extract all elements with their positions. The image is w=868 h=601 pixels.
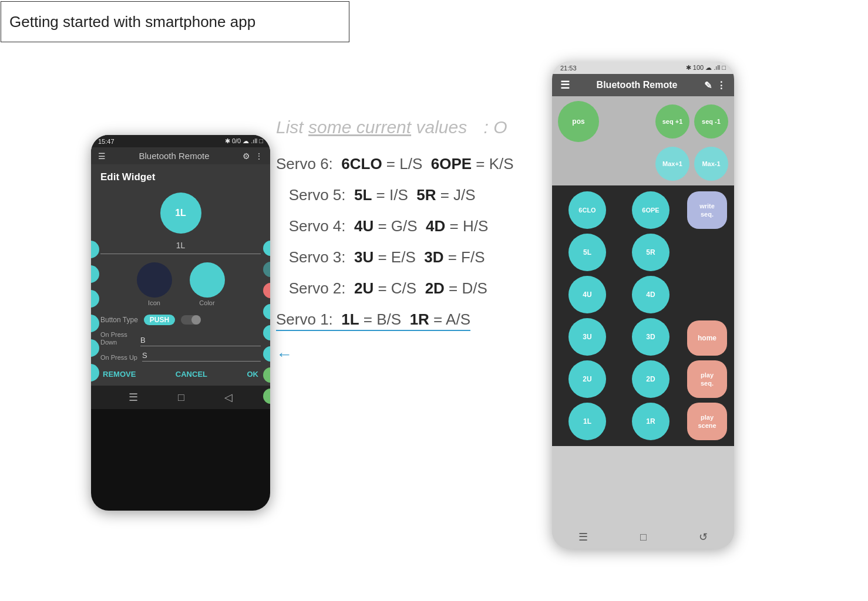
main-button-area: 6CLO 6OPE 5L 5R 4U 4D 3U 3D 2U 2D 1L 1R … [552, 185, 734, 446]
icon-color-row: Icon Color [100, 262, 261, 306]
left-phone-bottom-nav: ☰ □ ◁ [91, 386, 270, 409]
btn-1r[interactable]: 1R [632, 403, 669, 440]
button-type-label: Button Type [100, 316, 138, 324]
right-phone-status-bar: 21:53 ✱ 100 ☁ .ıll □ [552, 62, 734, 74]
max-minus1-button[interactable]: Max-1 [694, 147, 728, 181]
more-icon[interactable]: ⋮ [255, 151, 263, 161]
color-picker: Color [190, 262, 225, 306]
edit-widget-title: Edit Widget [100, 171, 261, 183]
left-phone-app-title: Bluetooth Remote [110, 151, 238, 161]
left-phone-content: Edit Widget 1L 1L Icon Color Button Type… [91, 164, 270, 386]
right-nav-home[interactable]: □ [640, 531, 647, 543]
servo-1-r: 1R [410, 310, 429, 328]
nav-menu-icon[interactable]: ☰ [129, 391, 138, 404]
on-press-down-row: On PressDown B [100, 331, 261, 346]
colon-o: : O [484, 117, 507, 137]
right-edit-icon[interactable]: ✎ [704, 80, 712, 91]
cancel-button[interactable]: CANCEL [176, 370, 207, 379]
list-prefix: List [276, 117, 308, 137]
right-phone-icons: ✎ ⋮ [704, 80, 726, 91]
top-gray-area: pos seq +1 seq -1 Max+1 Max-1 [552, 96, 734, 185]
right-phone-status-icons: ✱ 100 ☁ .ıll □ [686, 64, 726, 72]
btn-4d[interactable]: 4D [632, 276, 669, 313]
icon-picker: Icon [137, 262, 172, 306]
color-circle[interactable] [190, 262, 225, 298]
servo-3-u: 3U [354, 248, 374, 266]
right-phone: 21:53 ✱ 100 ☁ .ıll □ ☰ Bluetooth Remote … [552, 62, 734, 549]
icon-label: Icon [137, 299, 172, 306]
seq-plus1-button[interactable]: seq +1 [655, 104, 689, 139]
servo-4-line: Servo 4: 4U = G/S 4D = H/S [276, 217, 546, 235]
settings-icon[interactable]: ⚙ [243, 151, 250, 161]
write-seq-button[interactable]: writeseq. [687, 191, 727, 229]
home-button[interactable]: home [687, 320, 727, 356]
on-press-down-value[interactable]: B [140, 336, 261, 346]
side-decor-left [91, 241, 99, 381]
servo-2-d: 2D [425, 279, 445, 297]
right-phone-time: 21:53 [560, 65, 577, 72]
servo-1-l: 1L [341, 310, 359, 328]
list-some-underlined: some current [308, 117, 411, 137]
btn-3d[interactable]: 3D [632, 318, 669, 356]
btn-6clo[interactable]: 6CLO [568, 191, 606, 229]
btn-4u[interactable]: 4U [568, 276, 606, 313]
left-arrow: ← [276, 345, 546, 364]
servo-5-r: 5R [416, 186, 436, 204]
toggle-thumb [191, 315, 201, 325]
right-phone-app-title: Bluetooth Remote [576, 80, 698, 90]
remove-button[interactable]: REMOVE [103, 370, 136, 379]
servo-3-line: Servo 3: 3U = E/S 3D = F/S [276, 248, 546, 266]
widget-label: 1L [100, 241, 261, 254]
right-more-icon[interactable]: ⋮ [716, 80, 726, 91]
max-plus1-button[interactable]: Max+1 [655, 147, 689, 181]
servo-6-line: Servo 6: 6CLO = L/S 6OPE = K/S [276, 155, 546, 173]
btn-5r[interactable]: 5R [632, 234, 669, 271]
btn-6ope[interactable]: 6OPE [632, 191, 669, 229]
servo-6-ope: 6OPE [431, 155, 472, 173]
right-phone-bottom-nav: ☰ □ ↺ [552, 525, 734, 549]
left-phone-status-icons: ✱ 0/0 ☁ .ıll □ [225, 137, 263, 145]
button-grid: 6CLO 6OPE 5L 5R 4U 4D 3U 3D 2U 2D 1L 1R [558, 191, 680, 440]
icon-circle[interactable] [137, 262, 172, 298]
seq-minus1-button[interactable]: seq -1 [694, 104, 728, 139]
servo-2-line: Servo 2: 2U = C/S 2D = D/S [276, 279, 546, 298]
pos-button[interactable]: pos [558, 101, 599, 142]
btn-2d[interactable]: 2D [632, 360, 669, 398]
btn-2u[interactable]: 2U [568, 360, 606, 398]
btn-3u[interactable]: 3U [568, 318, 606, 356]
right-hamburger-icon[interactable]: ☰ [560, 79, 570, 92]
toggle-switch[interactable] [181, 315, 201, 325]
push-badge[interactable]: PUSH [144, 315, 175, 325]
ok-button[interactable]: OK [247, 370, 258, 379]
action-row: REMOVE CANCEL OK [100, 370, 261, 379]
widget-circle-preview[interactable]: 1L [160, 193, 201, 234]
hamburger-icon[interactable]: ☰ [98, 151, 106, 161]
btn-1l[interactable]: 1L [568, 403, 606, 440]
right-phone-top-bar: ☰ Bluetooth Remote ✎ ⋮ [552, 74, 734, 96]
left-phone: 15:47 ✱ 0/0 ☁ .ıll □ ☰ Bluetooth Remote … [91, 135, 270, 511]
left-phone-time: 15:47 [98, 138, 115, 145]
right-nav-menu[interactable]: ☰ [578, 531, 588, 543]
btn-5l[interactable]: 5L [568, 234, 606, 271]
on-press-up-row: On Press Up S [100, 351, 261, 362]
side-decor-right [263, 241, 270, 404]
nav-home-icon[interactable]: □ [178, 391, 184, 404]
left-phone-top-bar: ☰ Bluetooth Remote ⚙ ⋮ [91, 147, 270, 164]
color-label: Color [190, 299, 225, 306]
nav-back-icon[interactable]: ◁ [224, 391, 233, 404]
title-box: Getting started with smartphone app [1, 1, 349, 42]
servo-3-d: 3D [424, 248, 443, 266]
servo-4-u: 4U [354, 217, 374, 235]
servo-6-clo: 6CLO [341, 155, 382, 173]
left-phone-status-bar: 15:47 ✱ 0/0 ☁ .ıll □ [91, 135, 270, 147]
right-nav-back[interactable]: ↺ [699, 531, 708, 543]
play-seq-button[interactable]: playseq. [687, 360, 727, 398]
servo-1-line: Servo 1: 1L = B/S 1R = A/S [276, 310, 470, 331]
list-some-label: List some current values : O [276, 117, 546, 137]
on-press-up-label: On Press Up [100, 354, 137, 362]
list-suffix: values [411, 117, 467, 137]
on-press-down-label: On PressDown [100, 331, 136, 346]
play-scene-button[interactable]: playscene [687, 403, 727, 440]
on-press-up-value[interactable]: S [142, 351, 261, 362]
servo-4-d: 4D [426, 217, 445, 235]
